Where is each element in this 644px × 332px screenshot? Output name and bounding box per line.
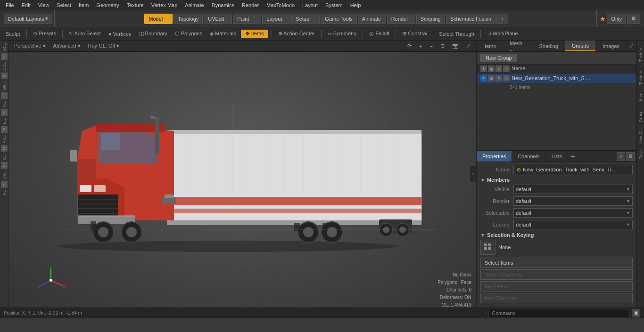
edge-tab-userc[interactable]: User C... <box>637 125 644 147</box>
add-tab-btn[interactable]: + <box>568 151 578 162</box>
vertices-btn[interactable]: ● Vertices <box>106 30 134 38</box>
locked-select[interactable]: default ▼ <box>513 220 633 229</box>
expand-left-btn[interactable]: › <box>485 310 487 316</box>
new-group-btn[interactable]: New Group <box>480 54 517 62</box>
edge-tab-texture2[interactable]: Texture... <box>637 65 644 88</box>
select-channels-btn[interactable]: Select Channels <box>480 269 633 280</box>
selectable-select[interactable]: default ▼ <box>513 208 633 218</box>
paint-tab-btn[interactable]: Paint <box>233 14 261 24</box>
sidebar-tool-8[interactable]: F <box>1 181 8 188</box>
topology-tab-btn[interactable]: Topology <box>173 14 203 24</box>
work-plane-btn[interactable]: ⊿ WorkPlane <box>484 30 521 38</box>
key-channels-btn[interactable]: Key Channels <box>480 293 633 303</box>
setup-tab-btn[interactable]: Setup <box>291 14 320 24</box>
maximize-panel-icon[interactable]: ⤢ <box>627 40 636 51</box>
camera-btn[interactable]: 📷 <box>449 42 462 50</box>
menu-select[interactable]: Select <box>53 1 75 9</box>
sidebar-tool-1[interactable]: D <box>1 53 8 60</box>
schematic-tab-btn[interactable]: Schematic Fusion <box>446 14 495 24</box>
sidebar-tool-5[interactable]: P <box>1 126 8 133</box>
members-toggle[interactable]: ▼ <box>480 178 485 183</box>
group-extra1-icon[interactable]: ≡ <box>495 75 502 81</box>
visible-select[interactable]: default ▼ <box>513 185 633 194</box>
advanced-dropdown[interactable]: Advanced ▾ <box>50 42 83 50</box>
command-submit-btn[interactable]: ▣ <box>632 309 640 317</box>
tab-mesh[interactable]: Mesh ... <box>503 40 533 51</box>
command-input[interactable]: Command <box>488 309 630 317</box>
tab-channels[interactable]: Channels <box>512 151 545 162</box>
props-settings-icon[interactable]: ⚙ <box>626 152 635 161</box>
sel-key-grid-icon[interactable] <box>480 240 495 255</box>
scripting-tab-btn[interactable]: Scripting <box>416 14 445 24</box>
group-eye-icon[interactable]: 👁 <box>480 75 487 81</box>
menu-vertex-map[interactable]: Vertex Map <box>148 1 182 9</box>
menu-animate[interactable]: Animate <box>181 1 207 9</box>
only-btn[interactable]: Only <box>607 14 626 24</box>
zoom-in-btn[interactable]: + <box>416 42 425 50</box>
select-items-btn[interactable]: Select Items <box>480 258 633 268</box>
sculpt-btn[interactable]: Sculpt <box>3 30 23 38</box>
edge-tab-texture1[interactable]: Texture... <box>637 41 644 65</box>
materials-btn[interactable]: ◈ Materials <box>207 30 239 38</box>
sidebar-tool-2[interactable]: M <box>1 73 8 79</box>
zoom-out-btn[interactable]: − <box>427 42 436 50</box>
perspective-dropdown[interactable]: Perspective ▾ <box>11 42 49 50</box>
menu-edit[interactable]: Edit <box>18 1 34 9</box>
sidebar-tool-3[interactable] <box>1 92 8 99</box>
game-tools-tab-btn[interactable]: Game Tools <box>321 14 357 24</box>
edge-tab-ima[interactable]: Ima... <box>637 88 644 104</box>
symmetry-btn[interactable]: ⇔ Symmetry <box>325 30 360 38</box>
sidebar-tool-4[interactable]: E <box>1 109 8 116</box>
maximize-btn[interactable]: ⤢ <box>463 42 473 50</box>
raygl-dropdown[interactable]: Ray GL: Off ▾ <box>85 42 123 50</box>
menu-file[interactable]: File <box>2 1 18 9</box>
props-expand-icon[interactable]: ⤢ <box>617 152 625 161</box>
polygons-btn[interactable]: ⬡ Polygons <box>172 30 205 38</box>
rotate-icon-btn[interactable]: ⟳ <box>405 42 414 50</box>
menu-maxtomodo[interactable]: MaxToModo <box>263 1 298 9</box>
menu-help[interactable]: Help <box>347 1 365 9</box>
edge-tab-group[interactable]: Group... <box>637 104 644 125</box>
sel-keying-toggle[interactable]: ▼ <box>480 233 485 238</box>
menu-layout[interactable]: Layout <box>298 1 322 9</box>
expand-right-btn[interactable]: › <box>470 166 476 183</box>
edge-tab-tags[interactable]: Tags <box>637 147 644 162</box>
group-row-0[interactable]: 👁 ◉ ≡ ▷ New_Generation_Truck_with_S ... <box>477 73 636 83</box>
action-center-btn[interactable]: ⊕ Action Center <box>275 30 318 38</box>
tab-properties[interactable]: Properties <box>477 151 512 162</box>
tab-groups[interactable]: Groups <box>565 40 596 51</box>
tab-shading[interactable]: Shading <box>532 40 565 51</box>
model-tab-btn[interactable]: Model <box>144 14 173 24</box>
menu-system[interactable]: System <box>322 1 347 9</box>
uvedit-tab-btn[interactable]: UVEdit <box>204 14 232 24</box>
render-select[interactable]: default ▼ <box>513 196 633 206</box>
boundary-btn[interactable]: ◫ Boundary <box>136 30 170 38</box>
presets-btn[interactable]: ⊙ Presets <box>30 30 59 38</box>
tab-items[interactable]: Items <box>477 40 503 51</box>
auto-select-btn[interactable]: ↖ Auto Select <box>66 30 104 38</box>
sidebar-tool-6[interactable]: C <box>1 145 8 152</box>
constraints-btn[interactable]: ⊞ Constrai... <box>399 30 434 38</box>
menu-render[interactable]: Render <box>238 1 263 9</box>
render-tab-btn[interactable]: Render <box>387 14 415 24</box>
animate-tab-btn[interactable]: Animate <box>358 14 386 24</box>
sidebar-tool-7[interactable]: U <box>1 162 8 169</box>
group-render-icon[interactable]: ◉ <box>488 75 495 81</box>
menu-item[interactable]: Item <box>75 1 92 9</box>
groups-list[interactable]: 👁 ◉ ≡ ▷ New_Generation_Truck_with_S ... … <box>477 73 636 150</box>
tab-lists[interactable]: Lists <box>546 151 569 162</box>
items-btn[interactable]: ❖ Items <box>241 30 268 38</box>
menu-geometry[interactable]: Geometry <box>92 1 123 9</box>
frame-btn[interactable]: ⊡ <box>438 42 447 50</box>
add-tab-btn[interactable]: + <box>496 14 508 24</box>
menu-texture[interactable]: Texture <box>123 1 148 9</box>
viewport-scene[interactable]: X Y Z No Items Polygons : Face Channels:… <box>8 52 476 308</box>
layout-dropdown[interactable]: Default Layouts ▾ <box>4 14 52 24</box>
key-items-btn[interactable]: Key Items <box>480 281 633 292</box>
group-expand-icon[interactable]: ▷ <box>503 75 510 81</box>
settings-btn[interactable]: ⚙ <box>627 14 640 24</box>
name-input[interactable]: ⊛ New_Generation_Truck_with_Semi_Tr... <box>513 165 633 174</box>
layout-tab-btn[interactable]: Layout <box>262 14 290 24</box>
viewport[interactable]: Perspective ▾ Advanced ▾ Ray GL: Off ▾ ⟳… <box>8 40 476 308</box>
menu-dynamics[interactable]: Dynamics <box>208 1 238 9</box>
